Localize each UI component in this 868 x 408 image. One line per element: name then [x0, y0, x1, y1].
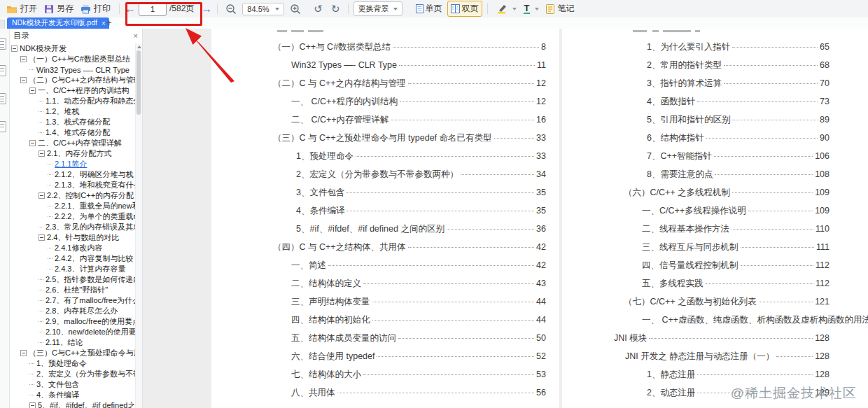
toc-entry[interactable]: 6、结构体指针90 — [562, 129, 830, 147]
toc-entry[interactable]: （六）C/C++ 之多线程机制109 — [562, 183, 830, 202]
toc-entry-title[interactable]: 一、C/C++多线程操作说明 — [642, 205, 746, 217]
toc-entry[interactable]: 八、共用体56 — [211, 384, 546, 402]
toc-entry-title[interactable]: 四、信号量线程控制机制 — [642, 260, 738, 272]
tree-item-label[interactable]: 1、预处理命令 — [36, 358, 87, 369]
toc-entry[interactable]: 一、 C++虚函数、纯虚函数、析构函数及虚析构函数的用法总结122 — [562, 311, 830, 329]
tree-item[interactable]: 2.7、有了malloc/free为什么还要 — [10, 295, 136, 306]
toc-entry[interactable]: JNI 开发之 静态注册与动态注册（一）128 — [562, 347, 830, 365]
toc-entry[interactable]: （四）C 与 C++之结构体、共用体42 — [211, 238, 546, 256]
toc-entry-title[interactable]: 7、C++智能指针 — [647, 150, 712, 162]
tree-item-label[interactable]: 2.4、针与数组的对比 — [47, 232, 119, 243]
bookmarks-panel-icon[interactable] — [0, 38, 6, 50]
sidebar-scrollbar[interactable] — [135, 43, 142, 408]
toc-entry-title[interactable]: 4、函数指针 — [647, 96, 695, 108]
tree-item-label[interactable]: 2.10、new/delete的使用要点 — [46, 327, 136, 337]
toc-entry[interactable]: （二）C 与 C++之内存结构与管理12 — [211, 74, 546, 92]
tree-item-label[interactable]: 2.3、常见的内存错误及其对策 — [46, 222, 136, 232]
tree-item[interactable]: 2.3、常见的内存错误及其对策 — [10, 222, 136, 232]
toc-entry-title[interactable]: 五、多线程实践 — [642, 278, 704, 290]
tree-item[interactable]: 5、#if、#ifdef、#if defined之间 — [10, 400, 136, 408]
tree-item-label[interactable]: 一、C/C++程序的内训结构 — [38, 85, 130, 96]
toc-entry[interactable]: 四、信号量线程控制机制112 — [562, 256, 830, 274]
toc-entry-title[interactable]: 二、线程基本操作方法 — [642, 223, 729, 235]
tree-item-label[interactable]: 2.8、内存耗尽怎么办 — [46, 306, 118, 316]
toc-entry-title[interactable]: 5、引用和指针的区别 — [647, 114, 730, 126]
toc-entry[interactable]: 四、结构体的初始化44 — [211, 311, 546, 329]
tree-item[interactable]: 2.1.2、明确区分堆与栈 — [10, 169, 136, 180]
toc-entry[interactable]: Win32 Types —- CLR Type11 — [211, 56, 546, 74]
toc-entry-title[interactable]: （三）C 与 C++之预处理命令与用 typedef 命名已有类型 — [273, 132, 492, 144]
tree-item[interactable]: 1、预处理命令 — [10, 358, 136, 369]
toc-entry[interactable]: 六、结合使用 typedef52 — [211, 347, 546, 365]
tree-item[interactable]: NDK模块开发 — [10, 43, 136, 54]
open-button[interactable]: 打开 — [3, 1, 41, 17]
document-viewer[interactable]: （一）C++与 C#数据类型总结8Win32 Types —- CLR Type… — [143, 29, 868, 408]
collapse-toggle-icon[interactable] — [29, 140, 36, 146]
toc-entry[interactable]: 五、结构体成员变量的访问50 — [211, 329, 546, 347]
toc-entry-title[interactable]: 二、结构体的定义 — [291, 278, 361, 290]
tree-item-label[interactable]: 3、文件包含 — [36, 379, 79, 390]
toc-entry-title[interactable]: 8、需要注意的点 — [647, 169, 713, 181]
tree-item-label[interactable]: 1.1、动态分配内存和静态分配 — [46, 96, 136, 106]
new-tab-button[interactable]: + — [106, 17, 112, 29]
collapse-toggle-icon[interactable] — [20, 77, 27, 83]
scrollbar-thumb[interactable] — [136, 50, 141, 115]
change-background-button[interactable]: 更换背景 — [354, 1, 402, 16]
toc-entry-title[interactable]: 一、 C++虚函数、纯虚函数、析构函数及虚析构函数的用法总结 — [642, 314, 868, 326]
toc-entry-title[interactable]: 4、条件编译 — [296, 205, 344, 217]
tree-item[interactable]: 一、C/C++程序的内训结构 — [10, 85, 136, 96]
tree-item[interactable]: 2.4.2、内容复制与比较 — [10, 253, 136, 264]
tree-item-label[interactable]: 1.2、堆栈 — [46, 106, 79, 117]
tree-item[interactable]: （一）C++与C#数据类型总结 — [10, 54, 136, 64]
toc-entry-title[interactable]: （一）C++与 C#数据类型总结 — [273, 41, 391, 53]
collapse-toggle-icon[interactable] — [29, 87, 36, 94]
toc-entry[interactable]: 二、线程基本操作方法110 — [562, 220, 830, 238]
tree-item-label[interactable]: 2.2.2、为单个的类重载new和delete — [55, 211, 136, 222]
tree-item[interactable]: 2.11、结论 — [10, 337, 136, 348]
toc-entry-title[interactable]: 五、结构体成员变量的访问 — [291, 332, 396, 344]
toc-entry-title[interactable]: （七）C/C++ 之函数与初始化列表 — [624, 296, 757, 308]
tree-item-label[interactable]: 2.2.1、重载全局的new和delete — [55, 201, 136, 211]
tree-item[interactable]: 2.5、指针参数是如何传递内存的 — [10, 274, 136, 285]
toc-entry-title[interactable]: 5、#if、#ifdef、#if defined 之间的区别 — [296, 223, 444, 235]
annotations-panel-icon[interactable] — [0, 93, 6, 104]
tree-item[interactable]: 2.9、malloc/free的使用要点 — [10, 316, 136, 327]
toc-entry-title[interactable]: 1、为什么要引入指针 — [647, 41, 730, 53]
tree-item-label[interactable]: 2.9、malloc/free的使用要点 — [46, 316, 136, 327]
tree-item[interactable]: 1.1、动态分配内存和静态分配 — [10, 96, 136, 106]
tree-item-label[interactable]: 1.3、栈式存储分配 — [46, 117, 110, 127]
toc-entry[interactable]: 3、指针的算术运算70 — [562, 74, 830, 92]
tab-close-icon[interactable]: × — [102, 20, 106, 27]
toc-entry-title[interactable]: （六）C/C++ 之多线程机制 — [624, 187, 730, 199]
toc-entry[interactable]: 1、为什么要引入指针65 — [562, 38, 830, 56]
tree-item[interactable]: 2.2、控制C++的内存分配 — [10, 190, 136, 201]
tree-item-label[interactable]: 1.4、堆式存储分配 — [46, 127, 110, 138]
toc-entry[interactable]: 4、函数指针73 — [562, 92, 830, 111]
tree-item-label[interactable]: 2.11、结论 — [46, 337, 83, 348]
next-page-button[interactable]: → — [201, 3, 212, 15]
thumbnails-panel-icon[interactable] — [0, 65, 6, 76]
print-button[interactable]: 打印 — [77, 1, 114, 17]
toc-entry[interactable]: 一、 C/C++程序的内训结构12 — [211, 92, 546, 111]
toc-entry[interactable]: 2、宏定义（分为带参数与不带参数两种）34 — [211, 165, 546, 183]
tree-item-label[interactable]: Win32 Types —- CLR Type — [36, 66, 130, 74]
zoom-level-dropdown[interactable]: 84.5% — [242, 3, 284, 15]
toc-entry-title[interactable]: 一、 C/C++程序的内训结构 — [291, 96, 398, 108]
tree-item[interactable]: 2.10、new/delete的使用要点 — [10, 327, 136, 337]
tree-item[interactable]: 1.4、堆式存储分配 — [10, 127, 136, 138]
toc-entry[interactable]: 8、需要注意的点108 — [562, 165, 830, 183]
toc-entry-title[interactable]: 3、指针的算术运算 — [647, 78, 722, 90]
highlighter-tool-button[interactable] — [493, 1, 520, 17]
collapse-toggle-icon[interactable] — [11, 45, 18, 52]
tree-item-label[interactable]: 2.4.3、计算内存容量 — [55, 264, 125, 274]
toc-entry[interactable]: 5、引用和指针的区别89 — [562, 111, 830, 129]
toc-entry[interactable]: 五、多线程实践112 — [562, 274, 830, 293]
toc-entry-title[interactable]: 二、 C/C++内存管理详解 — [291, 114, 389, 126]
collapse-toggle-icon[interactable] — [29, 402, 36, 408]
double-page-mode-button[interactable]: 双页 — [447, 1, 482, 17]
toc-entry-title[interactable]: JNI 开发之 静态注册与动态注册（一） — [625, 351, 774, 363]
tree-item-label[interactable]: 2.5、指针参数是如何传递内存的 — [46, 274, 136, 285]
toc-entry[interactable]: （三）C 与 C++之预处理命令与用 typedef 命名已有类型33 — [211, 129, 546, 147]
tree-item[interactable]: 2、宏定义（分为带参数与不带参数 — [10, 369, 136, 379]
toc-entry-title[interactable]: 三、声明结构体变量 — [291, 296, 370, 308]
